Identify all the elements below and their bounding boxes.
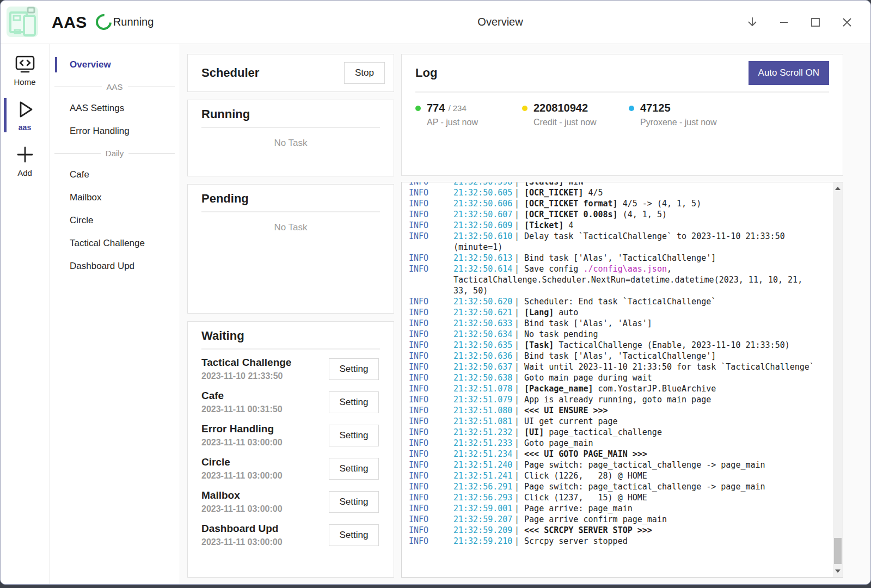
log-level: INFO	[409, 198, 453, 209]
scheduler-stop-button[interactable]: Stop	[344, 62, 385, 84]
close-icon[interactable]	[840, 15, 854, 29]
log-text-segment: [Task]	[524, 340, 554, 350]
play-icon	[14, 99, 36, 120]
log-line: (minute=1)	[409, 242, 833, 253]
log-line: INFO21:32:59.209| <<< SCRCPY SERVER STOP…	[409, 525, 833, 536]
stat-label: AP - just now	[427, 118, 522, 127]
stat-value: 220810942	[533, 102, 588, 114]
log-text-segment: Bind task ['Alas', 'TacticalChallenge']	[524, 351, 716, 361]
log-level: INFO	[409, 182, 453, 187]
scroll-down-arrow-icon[interactable]	[835, 569, 841, 573]
scroll-up-arrow-icon[interactable]	[835, 187, 841, 190]
log-line: INFO21:32:50.610| Delay task `TacticalCh…	[409, 231, 833, 242]
log-line: INFO21:32:50.605| [OCR_TICKET] 4/5	[409, 187, 833, 198]
nav-item-error-handling[interactable]: Error Handling	[50, 120, 180, 143]
app-window: AAS Running Overview	[0, 0, 871, 585]
log-time: 21:32:50.634	[453, 329, 514, 340]
waiting-card: Waiting Tactical Challenge2023-11-10 21:…	[187, 321, 394, 578]
log-text-segment: auto	[554, 308, 578, 317]
minimize-icon[interactable]	[777, 15, 791, 29]
log-time: 21:32:51.240	[453, 460, 514, 470]
scheduler-title: Scheduler	[201, 66, 259, 80]
rail-item-home[interactable]: Home	[1, 53, 49, 89]
log-time: 21:32:50.613	[453, 253, 514, 264]
rail-item-label: aas	[19, 123, 31, 132]
log-separator: |	[514, 427, 524, 437]
log-line: INFO21:32:50.634| No task pending	[409, 329, 833, 340]
task-info: Mailbox2023-11-11 03:00:00	[201, 489, 283, 514]
task-setting-button-cafe[interactable]: Setting	[329, 391, 379, 413]
divider-line	[54, 153, 101, 154]
log-text-segment: TacticalChallenge.Scheduler.NextRun=date…	[453, 275, 802, 285]
divider-line	[54, 87, 102, 87]
log-time: 21:32:59.001	[453, 503, 514, 514]
log-text-segment: Page switch: page_tactical_challenge -> …	[524, 460, 765, 470]
log-time: 21:32:50.636	[453, 351, 514, 362]
nav-item-overview[interactable]: Overview	[50, 53, 180, 76]
log-level: INFO	[409, 329, 453, 340]
log-line: INFO21:32:50.598| [Status] WIN	[409, 182, 833, 187]
running-title: Running	[201, 107, 250, 121]
nav-section-label: AAS	[107, 82, 123, 91]
task-info: Error Handling2023-11-11 03:00:00	[201, 423, 283, 448]
scrollbar-thumb[interactable]	[834, 538, 842, 564]
divider-line	[128, 87, 175, 87]
rail-item-aas[interactable]: aas	[1, 96, 49, 134]
log-text-segment: ,	[667, 264, 672, 274]
log-text-segment: Bind task ['Alas', 'TacticalChallenge']	[524, 253, 716, 263]
update-download-icon[interactable]	[745, 15, 759, 29]
log-level: INFO	[409, 351, 453, 362]
log-text-segment: [Package_name]	[524, 384, 593, 394]
task-info: Tactical Challenge2023-11-10 21:33:50	[201, 357, 291, 381]
maximize-icon[interactable]	[808, 15, 823, 29]
task-name: Cafe	[201, 390, 283, 402]
log-separator: |	[514, 536, 524, 546]
log-text-segment: Delay task `TacticalChallenge` to 2023-1…	[524, 231, 785, 241]
log-separator: |	[514, 188, 524, 198]
stat-value: 774	[427, 102, 445, 114]
task-setting-button-mailbox[interactable]: Setting	[329, 491, 379, 513]
task-setting-button-error-handling[interactable]: Setting	[329, 425, 379, 446]
waiting-task-row: Tactical Challenge2023-11-10 21:33:50Set…	[201, 352, 379, 385]
log-level: INFO	[409, 525, 453, 536]
nav-item-label: Circle	[70, 215, 93, 226]
log-level: INFO	[409, 296, 453, 307]
scheduler-card: Scheduler Stop	[187, 54, 394, 92]
nav-item-label: Error Handling	[70, 126, 130, 137]
log-separator: |	[514, 395, 524, 405]
nav-item-tactical-challenge[interactable]: Tactical Challenge	[50, 232, 180, 255]
log-level: INFO	[409, 449, 453, 460]
log-level: INFO	[409, 503, 453, 514]
nav-item-dashboard-upd[interactable]: Dashboard Upd	[50, 255, 180, 278]
log-text-segment: [OCR_TICKET format]	[524, 199, 618, 209]
log-scrollbar[interactable]	[833, 182, 843, 577]
log-line: INFO21:32:56.293| Click (1237, 15) @ HOM…	[409, 492, 833, 503]
log-separator: |	[514, 416, 524, 426]
log-level: INFO	[409, 460, 453, 470]
nav-item-label: Dashboard Upd	[70, 261, 134, 272]
nav-item-circle[interactable]: Circle	[50, 209, 180, 232]
log-level: INFO	[409, 231, 453, 242]
log-time: 21:32:51.079	[453, 394, 514, 405]
log-separator: |	[514, 504, 524, 513]
nav-item-cafe[interactable]: Cafe	[50, 163, 180, 186]
log-text-segment: Page arrive: page_main	[524, 504, 633, 513]
run-status-label: Running	[113, 16, 154, 28]
log-separator: |	[514, 264, 524, 274]
nav-item-aas-settings[interactable]: AAS Settings	[50, 97, 180, 120]
log-text-segment: Scrcpy server stopped	[524, 536, 628, 546]
auto-scroll-toggle-button[interactable]: Auto Scroll ON	[749, 61, 829, 85]
log-separator: |	[514, 210, 524, 219]
log-line: INFO21:32:59.207| Page arrive confirm pa…	[409, 514, 833, 525]
log-line: INFO21:32:50.637| Wait until 2023-11-10 …	[409, 362, 833, 372]
task-setting-button-circle[interactable]: Setting	[329, 458, 379, 480]
log-separator: |	[514, 351, 524, 361]
log-text-segment: Scheduler: End task `TacticalChallenge`	[524, 297, 716, 307]
task-setting-button-tactical-challenge[interactable]: Setting	[329, 358, 379, 380]
rail-item-add[interactable]: Add	[1, 142, 49, 180]
nav-item-mailbox[interactable]: Mailbox	[50, 186, 180, 209]
window-controls	[745, 1, 854, 44]
task-setting-button-dashboard-upd[interactable]: Setting	[329, 524, 379, 546]
stat-group: 774/ 234AP - just now	[415, 102, 522, 127]
log-line: TacticalChallenge.Scheduler.NextRun=date…	[409, 274, 833, 285]
